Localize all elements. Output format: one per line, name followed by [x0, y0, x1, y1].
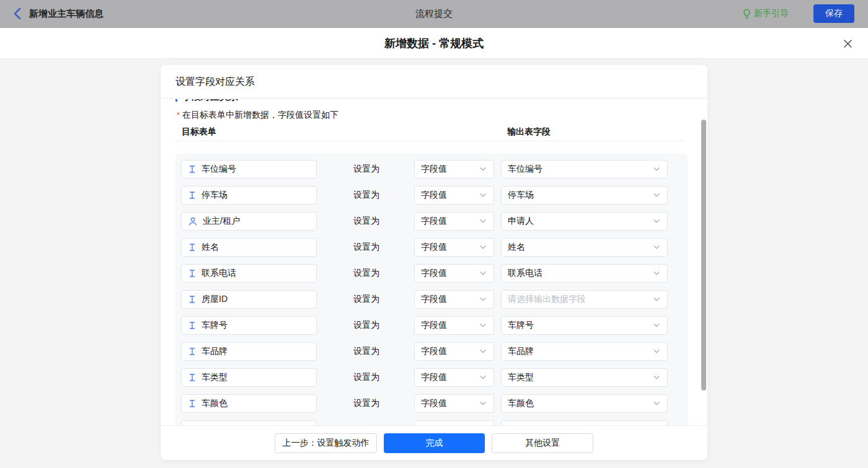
value-type-select[interactable]: 字段值 — [414, 368, 494, 387]
previous-step-button[interactable]: 上一步：设置触发动作 — [275, 433, 377, 453]
chevron-down-icon — [480, 219, 486, 223]
source-field[interactable]: 车品牌 — [181, 342, 317, 361]
value-type-value: 字段值 — [421, 320, 447, 331]
source-field-label: 停车场 — [202, 190, 228, 201]
column-header-output-field: 输出表字段 — [507, 126, 551, 138]
output-field-select[interactable]: 车位编号 — [501, 160, 668, 179]
output-field-select[interactable]: 申请人 — [501, 212, 668, 231]
source-field[interactable]: 停车场 — [181, 186, 317, 205]
chevron-down-icon — [480, 245, 486, 249]
screen: 新增业主车辆信息 流程提交 新手引导 保存 新增数据 - 常规模式 设置字段对应… — [0, 0, 868, 468]
source-field-label: 联系电话 — [202, 268, 236, 279]
set-as-label: 设置为 — [353, 268, 379, 279]
source-field[interactable]: 房屋ID — [181, 290, 317, 309]
value-type-value: 字段值 — [421, 398, 447, 409]
output-field-value: 车品牌 — [508, 346, 534, 357]
close-icon[interactable] — [841, 37, 854, 50]
set-as-label: 设置为 — [353, 164, 379, 175]
set-as-label: 设置为 — [353, 216, 379, 227]
section-marker — [175, 99, 177, 102]
chevron-down-icon — [653, 298, 660, 301]
output-field-select[interactable]: 停车场 — [501, 186, 668, 205]
field-mapping-row — [175, 420, 688, 425]
output-field-select[interactable]: 车品牌 — [501, 342, 668, 361]
output-field-select[interactable] — [501, 420, 668, 425]
field-mapping-row: 车位编号 设置为 字段值 车位编号 — [175, 160, 688, 179]
field-mapping-row: 车类型 设置为 字段值 车类型 — [175, 368, 688, 387]
field-mapping-row: 车颜色 设置为 字段值 车颜色 — [175, 394, 688, 413]
output-field-select[interactable]: 车类型 — [501, 368, 668, 387]
chevron-down-icon — [653, 272, 660, 275]
source-field[interactable]: 车颜色 — [181, 394, 317, 413]
source-field[interactable] — [181, 420, 317, 425]
value-type-select[interactable]: 字段值 — [414, 186, 494, 205]
source-field-label: 车品牌 — [202, 346, 228, 357]
chevron-down-icon — [480, 193, 486, 197]
chevron-down-icon — [653, 245, 660, 249]
field-mapping-row: 联系电话 设置为 字段值 联系电话 — [175, 264, 688, 283]
value-type-select[interactable]: 字段值 — [414, 238, 494, 257]
beginner-guide-link[interactable]: 新手引导 — [743, 8, 789, 19]
output-field-select[interactable]: 姓名 — [501, 238, 668, 257]
value-type-value: 字段值 — [421, 294, 447, 305]
scrollbar-thumb[interactable] — [701, 120, 706, 391]
source-field-label: 车牌号 — [202, 320, 228, 331]
value-type-select[interactable]: 字段值 — [414, 160, 494, 179]
chevron-down-icon — [653, 402, 660, 405]
chevron-down-icon — [480, 298, 486, 301]
output-field-value: 申请人 — [508, 216, 534, 227]
output-field-select[interactable]: 请选择输出数据字段 — [501, 290, 668, 309]
set-as-label: 设置为 — [353, 372, 379, 383]
field-mapping-row: 姓名 设置为 字段值 姓名 — [175, 238, 688, 257]
source-field[interactable]: 业主/租户 — [181, 212, 317, 231]
output-field-select[interactable]: 车颜色 — [501, 394, 668, 413]
text-field-icon — [188, 321, 196, 330]
chevron-down-icon — [653, 193, 660, 197]
chevron-down-icon — [653, 219, 660, 223]
person-icon — [188, 217, 197, 226]
modal-header: 新增数据 - 常规模式 — [0, 28, 868, 59]
value-type-select[interactable]: 字段值 — [414, 394, 494, 413]
value-type-select[interactable]: 字段值 — [414, 316, 494, 335]
column-headers: 目标表单 输出表字段 — [161, 126, 707, 138]
topbar: 新增业主车辆信息 流程提交 新手引导 保存 — [0, 0, 868, 28]
source-field[interactable]: 车位编号 — [181, 160, 317, 179]
modal-title: 新增数据 - 常规模式 — [384, 36, 484, 51]
output-field-value: 车牌号 — [508, 320, 534, 331]
source-field[interactable]: 联系电话 — [181, 264, 317, 283]
done-button[interactable]: 完成 — [384, 433, 485, 453]
output-field-value: 联系电话 — [508, 268, 542, 279]
value-type-select[interactable]: 字段值 — [414, 212, 494, 231]
source-field[interactable]: 车类型 — [181, 368, 317, 387]
output-field-value: 请选择输出数据字段 — [508, 294, 586, 305]
output-field-value: 车颜色 — [508, 398, 534, 409]
value-type-select[interactable]: 字段值 — [414, 264, 494, 283]
set-as-label: 设置为 — [353, 398, 379, 409]
other-settings-button[interactable]: 其他设置 — [492, 433, 593, 453]
set-as-label: 设置为 — [353, 320, 379, 331]
header-divider — [175, 141, 684, 141]
save-button[interactable]: 保存 — [813, 4, 854, 23]
source-field[interactable]: 车牌号 — [181, 316, 317, 335]
chevron-down-icon — [480, 376, 486, 379]
card-scroll-area: 字段对应关系 * 在目标表单中新增数据，字段值设置如下 目标表单 输出表字段 — [161, 99, 707, 425]
text-field-icon — [188, 347, 196, 356]
source-field-label: 车位编号 — [202, 164, 236, 175]
value-type-select[interactable]: 字段值 — [414, 342, 494, 361]
source-field[interactable]: 姓名 — [181, 238, 317, 257]
value-type-select[interactable] — [414, 420, 494, 425]
source-field-label: 车颜色 — [202, 398, 228, 409]
set-as-label: 设置为 — [353, 294, 379, 305]
back-button[interactable] — [14, 8, 21, 19]
text-field-icon — [188, 165, 196, 174]
source-field-label: 姓名 — [202, 242, 219, 253]
field-mapping-card: 设置字段对应关系 字段对应关系 * 在目标表单中新增数据，字段值设置如下 目标表… — [161, 65, 707, 460]
chevron-down-icon — [480, 350, 486, 353]
output-field-select[interactable]: 车牌号 — [501, 316, 668, 335]
field-mapping-row: 车牌号 设置为 字段值 车牌号 — [175, 316, 688, 335]
value-type-value: 字段值 — [421, 268, 447, 279]
output-field-select[interactable]: 联系电话 — [501, 264, 668, 283]
chevron-down-icon — [480, 272, 486, 275]
set-as-label: 设置为 — [353, 346, 379, 357]
value-type-select[interactable]: 字段值 — [414, 290, 494, 309]
